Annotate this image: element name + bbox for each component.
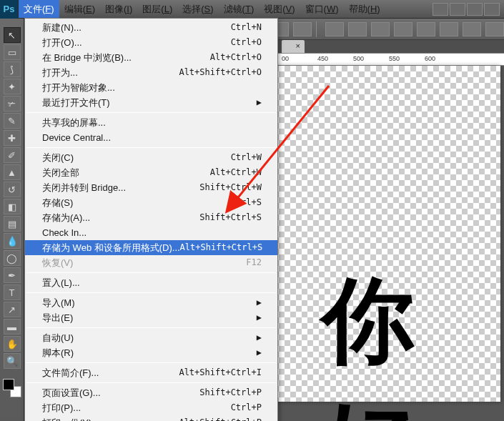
menu-e[interactable]: 编辑(E) <box>59 0 100 18</box>
ruler-icon[interactable] <box>467 3 483 16</box>
file-menu-item-22[interactable]: 导出(E)▶ <box>25 310 277 325</box>
menu-w[interactable]: 窗口(W) <box>300 0 344 18</box>
file-menu-item-25[interactable]: 脚本(R)▶ <box>25 345 277 360</box>
wand-tool[interactable]: ✦ <box>4 79 21 94</box>
foreground-swatch[interactable] <box>3 379 14 390</box>
file-menu-item-2[interactable]: 在 Bridge 中浏览(B)...Alt+Ctrl+O <box>25 50 277 65</box>
menu-separator <box>26 382 276 383</box>
file-menu-item-3[interactable]: 打开为...Alt+Shift+Ctrl+O <box>25 65 277 80</box>
align-middle-icon[interactable] <box>417 22 435 36</box>
blur-tool[interactable]: 💧 <box>4 233 21 249</box>
ruler-tick: 550 <box>389 55 400 62</box>
history-icon[interactable] <box>450 3 465 16</box>
align-bottom-icon[interactable] <box>440 22 458 36</box>
gradient-tool[interactable]: ▤ <box>4 216 21 232</box>
file-menu-item-4[interactable]: 打开为智能对象... <box>25 80 277 95</box>
zoom-tool[interactable]: 🔍 <box>4 353 21 369</box>
app-logo: Ps <box>0 0 19 19</box>
crop-tool[interactable]: ✃ <box>4 96 21 112</box>
menu-item-shortcut: Ctrl+W <box>231 152 262 164</box>
file-menu-dropdown: 新建(N)...Ctrl+N打开(O)...Ctrl+O在 Bridge 中浏览… <box>24 18 278 421</box>
file-menu-item-27[interactable]: 文件简介(F)...Alt+Shift+Ctrl+I <box>25 365 277 380</box>
menu-separator <box>26 362 276 363</box>
file-menu-item-11[interactable]: 关闭全部Alt+Ctrl+W <box>25 165 277 180</box>
stamp-tool[interactable]: ▲ <box>4 164 21 180</box>
file-menu-item-24[interactable]: 自动(U)▶ <box>25 330 277 345</box>
distribute-icon[interactable] <box>463 22 481 36</box>
color-swatches[interactable] <box>3 379 21 397</box>
menu-item-shortcut: Alt+Shift+Ctrl+O <box>179 66 262 79</box>
menu-separator <box>26 112 276 113</box>
menu-item-label: 文件简介(F)... <box>42 367 99 379</box>
menu-item-label: 打开为智能对象... <box>42 81 115 94</box>
file-menu-item-29[interactable]: 页面设置(G)...Shift+Ctrl+P <box>25 385 277 400</box>
height-icon[interactable] <box>293 22 312 36</box>
menu-v[interactable]: 视图(V) <box>259 0 300 18</box>
file-menu-item-16[interactable]: 存储为 Web 和设备所用格式(D)...Alt+Shift+Ctrl+S <box>25 240 277 255</box>
file-menu-item-12[interactable]: 关闭并转到 Bridge...Shift+Ctrl+W <box>25 180 277 195</box>
menu-item-label: 导出(E) <box>42 312 73 324</box>
history-brush-tool[interactable]: ↺ <box>4 182 21 197</box>
bridge-icon[interactable] <box>433 3 448 16</box>
eraser-tool[interactable]: ◧ <box>4 199 21 214</box>
type-tool[interactable]: T <box>4 284 21 300</box>
file-menu-item-14[interactable]: 存储为(A)...Shift+Ctrl+S <box>25 210 277 225</box>
brush-tool[interactable]: ✐ <box>4 147 21 163</box>
marquee-tool[interactable]: ▭ <box>4 44 21 60</box>
path-tool[interactable]: ↗ <box>4 302 21 317</box>
pen-tool[interactable]: ✒ <box>4 267 21 283</box>
toolbox: ↖▭⟆✦✃✎✚✐▲↺◧▤💧◯✒T↗▬✋🔍 <box>0 19 24 421</box>
move-tool[interactable]: ↖ <box>4 27 21 43</box>
hand-tool[interactable]: ✋ <box>4 336 21 352</box>
align-left-icon[interactable] <box>325 22 344 36</box>
file-menu-item-19[interactable]: 置入(L)... <box>25 275 277 290</box>
file-menu-item-0[interactable]: 新建(N)...Ctrl+N <box>25 20 277 35</box>
document-tab[interactable]: × <box>282 40 305 54</box>
menu-item-shortcut: Alt+Shift+Ctrl+I <box>179 367 262 379</box>
healing-tool[interactable]: ✚ <box>4 130 21 146</box>
menu-item-label: 置入(L)... <box>42 277 80 289</box>
file-menu-item-17: 恢复(V)F12 <box>25 255 277 270</box>
dodge-tool[interactable]: ◯ <box>4 250 21 266</box>
menu-h[interactable]: 帮助(H) <box>344 0 385 18</box>
lasso-tool[interactable]: ⟆ <box>4 61 21 77</box>
menu-item-shortcut: Alt+Shift+Ctrl+S <box>180 242 263 254</box>
more-icon[interactable] <box>485 22 504 36</box>
menu-f[interactable]: 文件(F) <box>19 0 59 18</box>
menu-item-shortcut: Alt+Ctrl+W <box>210 167 262 179</box>
menu-item-shortcut: Ctrl+O <box>231 36 262 49</box>
file-menu-item-5[interactable]: 最近打开文件(T)▶ <box>25 95 277 110</box>
file-menu-item-30[interactable]: 打印(P)...Ctrl+P <box>25 400 277 415</box>
file-menu-item-10[interactable]: 关闭(C)Ctrl+W <box>25 150 277 165</box>
menu-item-label: 导入(M) <box>42 297 75 309</box>
screen-icon[interactable] <box>484 3 500 16</box>
eyedropper-tool[interactable]: ✎ <box>4 113 21 129</box>
ruler-tick: 500 <box>353 55 364 62</box>
ruler-tick: 600 <box>425 55 435 62</box>
menu-t[interactable]: 滤镜(T) <box>219 0 260 18</box>
menubar-strip: Ps 文件(F)编辑(E)图像(I)图层(L)选择(S)滤镜(T)视图(V)窗口… <box>0 0 504 19</box>
align-center-icon[interactable] <box>348 22 367 36</box>
file-menu-item-1[interactable]: 打开(O)...Ctrl+O <box>25 35 277 50</box>
menu-item-shortcut: Alt+Shift+Ctrl+P <box>179 417 262 421</box>
file-menu-item-31[interactable]: 打印一份(Y)Alt+Shift+Ctrl+P <box>25 415 277 421</box>
menu-item-shortcut: Ctrl+P <box>231 402 262 414</box>
align-top-icon[interactable] <box>394 22 412 36</box>
file-menu-item-7[interactable]: 共享我的屏幕... <box>25 115 277 130</box>
align-right-icon[interactable] <box>371 22 390 36</box>
menu-item-shortcut: ▶ <box>257 96 262 109</box>
menu-l[interactable]: 图层(L) <box>137 0 177 18</box>
menu-s[interactable]: 选择(S) <box>177 0 218 18</box>
menu-i[interactable]: 图像(I) <box>100 0 137 18</box>
file-menu-item-8[interactable]: Device Central... <box>25 130 277 145</box>
file-menu-item-13[interactable]: 存储(S)Ctrl+S <box>25 195 277 210</box>
file-menu-item-21[interactable]: 导入(M)▶ <box>25 295 277 310</box>
file-menu-item-15[interactable]: Check In... <box>25 225 277 240</box>
tab-close-icon[interactable]: × <box>296 41 300 50</box>
menu-separator <box>26 292 276 293</box>
menu-separator <box>26 147 276 148</box>
menu-item-shortcut: Ctrl+N <box>231 21 262 34</box>
topbar-right-icons <box>433 3 504 16</box>
menu-item-label: 存储为 Web 和设备所用格式(D)... <box>42 242 180 254</box>
shape-tool[interactable]: ▬ <box>4 319 21 335</box>
